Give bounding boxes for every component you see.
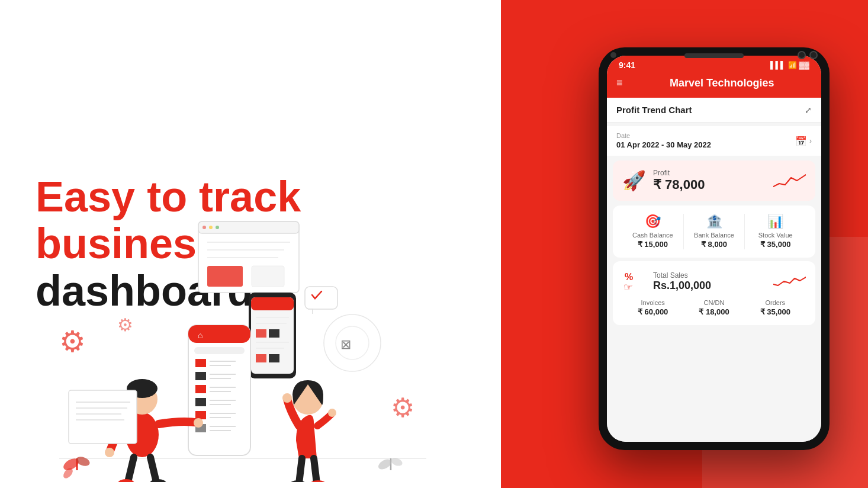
cash-balance-label: Cash Balance	[622, 232, 683, 239]
phone-body: 9:41 ▌▌▌ 📶 ▓▓ ≡ Marvel Technologies Prof…	[599, 47, 830, 450]
section-header: Profit Trend Chart ⤢	[607, 98, 821, 123]
phone-camera-2	[809, 51, 818, 59]
date-selector[interactable]: Date 01 Apr 2022 - 30 May 2022 📅 ›	[607, 126, 821, 156]
sales-icon-svg: % ☞	[622, 269, 646, 293]
bank-balance-item: 🏦 Bank Balance ₹ 8,000	[684, 214, 745, 249]
balance-row: 🎯 Cash Balance ₹ 15,000 🏦 Bank Balance ₹…	[613, 206, 815, 258]
left-section: Easy to track business dashboard	[0, 0, 509, 488]
sales-bottom: Invoices ₹ 60,000 CN/DN ₹ 18,000 Orders …	[622, 299, 806, 317]
profit-label: Profit	[653, 169, 705, 177]
profit-data: Profit ₹ 78,000	[653, 169, 705, 192]
svg-text:⚙: ⚙	[59, 325, 86, 358]
battery-icon: ▓▓	[799, 61, 810, 69]
cash-balance-item: 🎯 Cash Balance ₹ 15,000	[622, 214, 683, 249]
date-info: Date 01 Apr 2022 - 30 May 2022	[616, 132, 711, 150]
bank-balance-label: Bank Balance	[684, 232, 745, 239]
phone-speaker	[684, 53, 744, 58]
invoices-label: Invoices	[622, 299, 683, 306]
phone-mockup: 9:41 ▌▌▌ 📶 ▓▓ ≡ Marvel Technologies Prof…	[599, 47, 835, 450]
stock-value-value: ₹ 35,000	[760, 240, 790, 249]
svg-text:⚙: ⚙	[391, 393, 414, 423]
calendar-icon: 📅	[795, 136, 807, 147]
svg-rect-13	[251, 297, 294, 310]
sales-info: % ☞ Total Sales Rs.1,00,000	[622, 269, 711, 293]
svg-point-4	[209, 226, 213, 229]
total-sales-label: Total Sales	[653, 271, 711, 280]
svg-rect-27	[194, 347, 245, 354]
orders-label: Orders	[745, 299, 806, 306]
svg-rect-56	[69, 390, 137, 444]
stock-value-label: Stock Value	[745, 232, 806, 239]
status-time: 9:41	[619, 60, 635, 70]
date-range: 01 Apr 2022 - 30 May 2022	[616, 140, 711, 149]
chart-icon: 📊	[745, 214, 806, 229]
svg-point-63	[328, 409, 336, 417]
percent-icon-container: % ☞	[622, 269, 646, 293]
svg-rect-37	[195, 398, 206, 406]
svg-point-65	[310, 480, 326, 482]
svg-rect-34	[195, 385, 206, 393]
svg-rect-2	[198, 221, 299, 233]
sales-data: Total Sales Rs.1,00,000	[653, 271, 711, 292]
chevron-right-icon: ›	[809, 137, 812, 145]
svg-rect-31	[195, 372, 206, 380]
svg-text:☞: ☞	[623, 281, 633, 293]
section-title: Profit Trend Chart	[616, 105, 692, 115]
date-picker-button[interactable]: 📅 ›	[795, 136, 812, 147]
app-content: Profit Trend Chart ⤢ Date 01 Apr 2022 - …	[607, 98, 821, 442]
svg-marker-23	[308, 309, 313, 314]
profit-card: 🚀 Profit ₹ 78,000	[613, 160, 815, 201]
svg-point-64	[290, 480, 306, 482]
expand-icon[interactable]: ⤢	[805, 105, 812, 115]
svg-text:⌂: ⌂	[198, 330, 202, 340]
total-sales-value: Rs.1,00,000	[653, 280, 711, 292]
invoices-item: Invoices ₹ 60,000	[622, 299, 683, 317]
illustration: ⌂ ⚙ ⚙ ⚙	[24, 216, 450, 482]
sales-sparkline	[773, 272, 806, 290]
bank-icon: 🏦	[684, 214, 745, 229]
svg-point-3	[202, 226, 206, 229]
svg-text:%: %	[625, 272, 633, 282]
app-header: ≡ Marvel Technologies	[607, 72, 821, 98]
orders-item: Orders ₹ 35,000	[745, 299, 806, 317]
cndn-value: ₹ 18,000	[699, 307, 729, 316]
bank-balance-value: ₹ 8,000	[701, 240, 727, 249]
profit-value: ₹ 78,000	[653, 177, 705, 192]
orders-value: ₹ 35,000	[760, 307, 790, 316]
svg-rect-17	[269, 329, 279, 338]
status-bar: 9:41 ▌▌▌ 📶 ▓▓	[607, 56, 821, 72]
svg-point-73	[324, 314, 381, 371]
svg-text:⊠: ⊠	[340, 337, 351, 352]
svg-rect-28	[195, 359, 206, 367]
cndn-item: CN/DN ₹ 18,000	[683, 299, 744, 317]
svg-point-53	[105, 448, 114, 457]
svg-rect-20	[256, 354, 266, 362]
target-icon: 🎯	[622, 214, 683, 229]
sales-card: % ☞ Total Sales Rs.1,00,000	[613, 261, 815, 325]
profit-info: 🚀 Profit ₹ 78,000	[622, 169, 705, 192]
phone-screen: 9:41 ▌▌▌ 📶 ▓▓ ≡ Marvel Technologies Prof…	[607, 56, 821, 442]
svg-rect-9	[207, 266, 243, 287]
svg-text:⚙: ⚙	[117, 315, 133, 335]
phone-camera-1	[798, 51, 806, 59]
wifi-icon: 📶	[788, 61, 797, 69]
signal-icon: ▌▌▌	[770, 61, 786, 69]
rocket-icon: 🚀	[622, 169, 646, 192]
date-label: Date	[616, 132, 711, 139]
phone-camera-dot	[610, 52, 616, 58]
svg-rect-16	[256, 329, 266, 338]
svg-rect-22	[305, 287, 337, 309]
svg-point-5	[216, 226, 219, 229]
profit-sparkline	[773, 172, 806, 190]
status-icons: ▌▌▌ 📶 ▓▓	[770, 61, 809, 69]
cndn-label: CN/DN	[683, 299, 744, 306]
hamburger-icon[interactable]: ≡	[616, 77, 623, 89]
svg-rect-40	[195, 411, 206, 419]
invoices-value: ₹ 60,000	[638, 307, 668, 316]
svg-rect-21	[269, 354, 279, 362]
cash-balance-value: ₹ 15,000	[638, 240, 668, 249]
sales-top: % ☞ Total Sales Rs.1,00,000	[622, 269, 806, 293]
svg-rect-10	[252, 266, 284, 287]
svg-point-62	[282, 393, 292, 403]
app-title: Marvel Technologies	[632, 77, 812, 89]
